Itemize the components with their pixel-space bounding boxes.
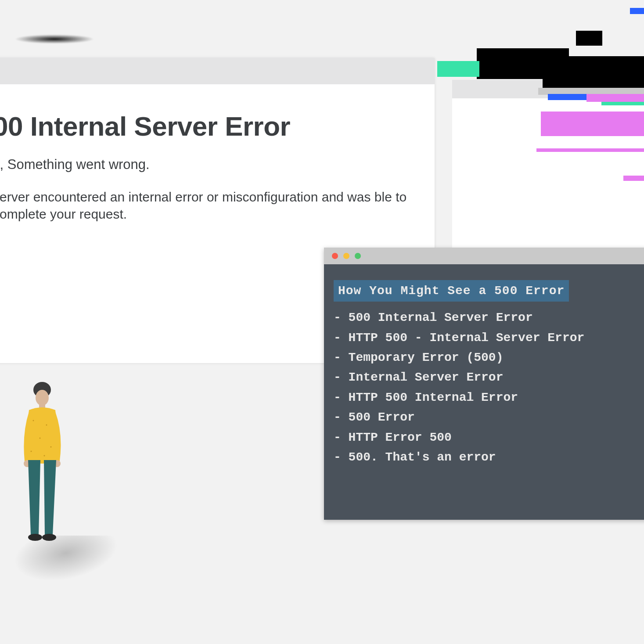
minimize-icon[interactable]	[343, 253, 349, 259]
person-illustration	[16, 381, 77, 543]
error-subtitle: s, Something went wrong.	[0, 157, 435, 173]
glitch-stripe	[536, 148, 644, 152]
svg-point-5	[28, 534, 42, 541]
svg-point-12	[44, 455, 45, 457]
terminal-list-item: 500 Internal Server Error	[334, 308, 639, 327]
terminal-list-item: Temporary Error (500)	[334, 348, 639, 367]
terminal-list-item: Internal Server Error	[334, 367, 639, 387]
terminal-body: How You Might See a 500 Error 500 Intern…	[324, 264, 644, 520]
terminal-window: How You Might See a 500 Error 500 Intern…	[324, 248, 644, 520]
terminal-list-item: HTTP 500 - Internal Server Error	[334, 328, 639, 348]
terminal-list-item: 500 Error	[334, 407, 639, 427]
terminal-heading: How You Might See a 500 Error	[334, 280, 569, 302]
error-description: server encountered an internal error or …	[0, 188, 417, 223]
glitch-stripe	[437, 61, 479, 77]
glitch-stripe	[623, 176, 644, 181]
person-shadow	[0, 536, 159, 623]
maximize-icon[interactable]	[355, 253, 361, 259]
error-heading: 00 Internal Server Error	[0, 111, 435, 142]
terminal-list: 500 Internal Server ErrorHTTP 500 - Inte…	[334, 308, 639, 467]
glitch-stripe	[543, 56, 644, 88]
svg-point-8	[46, 425, 47, 426]
glitch-stripe	[586, 94, 644, 102]
glitch-stripe	[630, 8, 644, 14]
terminal-list-item: 500. That's an error	[334, 447, 639, 467]
svg-point-9	[40, 438, 41, 439]
close-icon[interactable]	[332, 253, 338, 259]
svg-point-6	[42, 534, 56, 541]
terminal-list-item: HTTP 500 Internal Error	[334, 388, 639, 407]
glitch-stripe	[576, 31, 602, 46]
glitch-stripe	[548, 94, 587, 100]
glitch-smudge	[12, 33, 118, 45]
svg-point-10	[50, 446, 52, 448]
glitch-stripe	[541, 112, 644, 136]
terminal-titlebar	[324, 248, 644, 264]
terminal-list-item: HTTP Error 500	[334, 428, 639, 447]
svg-point-11	[31, 451, 32, 452]
svg-point-7	[33, 420, 34, 421]
glitch-stripe	[601, 102, 644, 105]
browser-titlebar	[0, 58, 435, 84]
